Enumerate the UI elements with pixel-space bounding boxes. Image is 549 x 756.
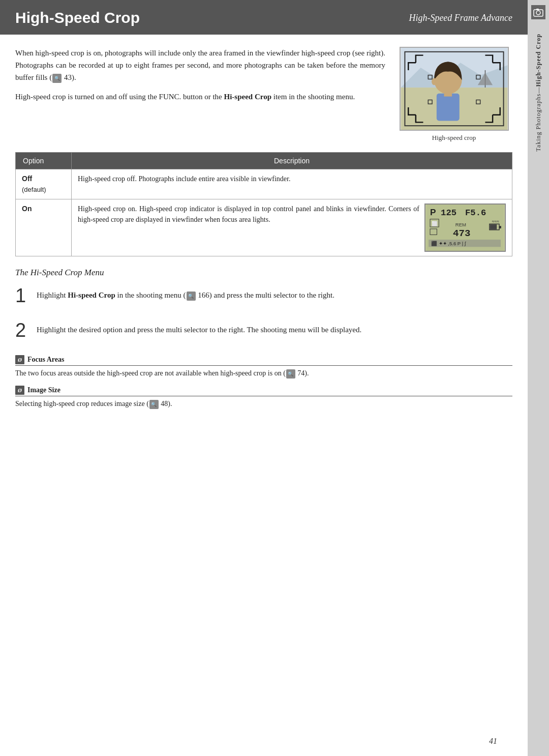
lcd-svg: P 125 F5.6 ⬜: [425, 205, 505, 251]
desc-cell-on: High-speed crop on. High-speed crop indi…: [72, 199, 512, 256]
step-2-number: 2: [15, 321, 30, 340]
table-header-row: Option Description: [16, 153, 512, 169]
note-icon-size: Ø: [15, 386, 24, 395]
table-row-off: Off (default) High-speed crop off. Photo…: [16, 169, 512, 199]
svg-point-31: [536, 11, 540, 15]
note-image-size-text: Selecting high-speed crop reduces image …: [15, 398, 512, 409]
step-1-number: 1: [15, 286, 30, 305]
svg-rect-32: [536, 9, 539, 10]
intro-paragraph-2: High-speed crop is turned on and off usi…: [15, 91, 385, 103]
col-header-option: Option: [16, 153, 72, 169]
option-table: Option Description Off (default) High-sp…: [15, 152, 512, 256]
svg-text:⬜: ⬜: [432, 221, 438, 227]
on-desc-text: High-speed crop on. High-speed crop indi…: [78, 203, 419, 225]
camera-caption: High-speed crop: [432, 134, 476, 142]
svg-rect-9: [444, 92, 452, 97]
section-heading: The Hi-Speed Crop Menu: [15, 268, 512, 278]
sidebar-tab: Taking Photographs—High-Speed Crop: [528, 0, 549, 756]
content: When high-speed crop is on, photographs …: [0, 35, 528, 409]
intro-paragraph-1: When high-speed crop is on, photographs …: [15, 47, 385, 83]
svg-rect-8: [436, 94, 459, 121]
option-cell-on: On: [16, 199, 72, 256]
header: High-Speed Crop High-Speed Frame Advance: [0, 0, 528, 35]
camera-image-area: High-speed crop: [395, 47, 512, 142]
svg-text:P: P: [430, 207, 436, 217]
note-image-title-text: Image Size: [27, 386, 60, 394]
option-cell-off: Off (default): [16, 169, 72, 199]
svg-rect-25: [499, 226, 501, 228]
step-1-content: Highlight Hi-speed Crop in the shooting …: [37, 286, 512, 301]
subtitle: High-Speed Frame Advance: [409, 13, 512, 23]
svg-text:125: 125: [441, 208, 456, 218]
svg-rect-26: [490, 224, 497, 229]
svg-text:F5.6: F5.6: [465, 208, 486, 218]
ref-icon-166: 🔍: [187, 292, 196, 301]
hi-speed-crop-bold: Hi-speed Crop: [224, 93, 271, 101]
ref-icon-74: 🔍: [286, 369, 295, 379]
note-icon-focus: Ø: [15, 355, 24, 364]
note-focus-title-text: Focus Areas: [27, 356, 64, 364]
step-1-bold: Hi-speed Crop: [68, 291, 115, 299]
intro-text: When high-speed crop is on, photographs …: [15, 47, 385, 142]
lcd-display: P 125 F5.6 ⬜: [424, 203, 506, 252]
table-row-on: On High-speed crop on. High-speed crop i…: [16, 199, 512, 256]
camera-icon-svg: [533, 7, 544, 18]
note-focus-areas-text: The two focus areas outside the high-spe…: [15, 368, 512, 379]
ref-icon-43: 🔍: [52, 74, 62, 83]
main-content: High-Speed Crop High-Speed Frame Advance…: [0, 0, 528, 756]
ref-icon-48: 🔍: [149, 400, 159, 409]
option-on-label: On: [22, 205, 32, 213]
note-image-size-title: Ø Image Size: [15, 386, 512, 396]
svg-text:REM: REM: [455, 222, 466, 227]
svg-text:⬛ ✦✦ ,5.6 P  |  ∫: ⬛ ✦✦ ,5.6 P | ∫: [431, 241, 467, 247]
step-2-content: Highlight the desired option and press t…: [37, 321, 512, 336]
sidebar-section-label: High-Speed Crop: [535, 34, 542, 86]
desc-cell-off: High-speed crop off. Photographs include…: [72, 169, 512, 199]
sidebar-text: Taking Photographs—High-Speed Crop: [535, 34, 542, 152]
step-1: 1 Highlight Hi-speed Crop in the shootin…: [15, 286, 512, 305]
note-focus-areas: Ø Focus Areas The two focus areas outsid…: [15, 355, 512, 379]
svg-text:473: 473: [453, 228, 470, 239]
page-title: High-Speed Crop: [15, 9, 140, 26]
note-focus-areas-title: Ø Focus Areas: [15, 355, 512, 366]
step-2: 2 Highlight the desired option and press…: [15, 321, 512, 340]
intro-section: When high-speed crop is on, photographs …: [15, 47, 512, 142]
col-header-desc: Description: [72, 153, 512, 169]
svg-text:≈≈≈: ≈≈≈: [492, 219, 499, 224]
page-number: 41: [489, 737, 497, 746]
viewfinder-svg: [401, 48, 508, 130]
page-container: High-Speed Crop High-Speed Frame Advance…: [0, 0, 549, 756]
note-image-size: Ø Image Size Selecting high-speed crop r…: [15, 386, 512, 409]
option-default-label: (default): [22, 186, 46, 193]
option-off-label: Off: [22, 175, 32, 183]
camera-diagram: [400, 47, 509, 131]
sidebar-camera-icon: [531, 5, 545, 19]
